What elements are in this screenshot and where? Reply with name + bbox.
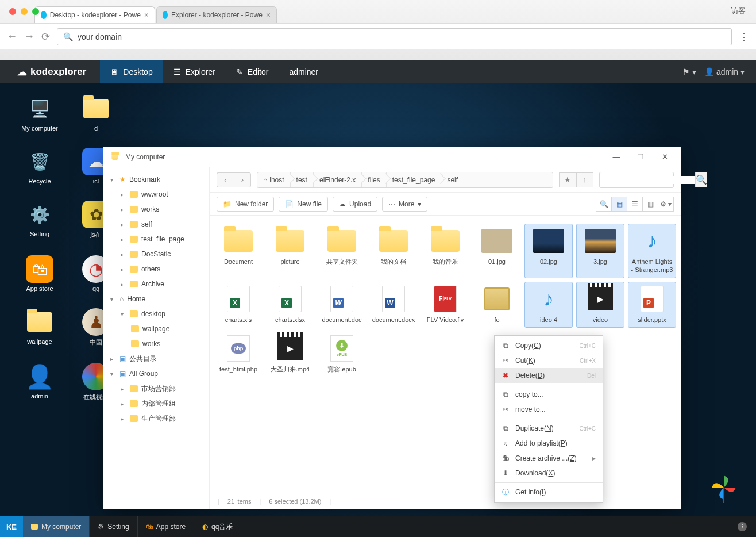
back-button[interactable]: ← xyxy=(7,30,17,43)
breadcrumb-item[interactable]: elFinder-2.x xyxy=(314,172,362,187)
address-bar[interactable]: 🔍 your domain xyxy=(57,28,732,45)
file-item[interactable]: video xyxy=(576,282,624,328)
search-box[interactable]: 🔍 xyxy=(599,172,674,188)
menubar-item-adminer[interactable]: adminer xyxy=(279,60,329,83)
user-menu[interactable]: 👤 admin ▾ xyxy=(704,67,745,76)
taskbar-item-my-computer[interactable]: My computer xyxy=(23,516,90,537)
menubar-item-desktop[interactable]: 🖥 Desktop xyxy=(100,60,163,83)
tree-item[interactable]: ▸test_file_page xyxy=(103,232,209,247)
desktop-icon-setting[interactable]: ⚙️Setting xyxy=(14,201,65,239)
file-grid[interactable]: Documentpicture共享文件夹我的文档我的音乐01.jpg02.jpg… xyxy=(210,216,681,493)
file-item[interactable]: document.docx xyxy=(369,282,418,328)
tree-item[interactable]: ▸DocStatic xyxy=(103,247,209,262)
taskbar-item-appstore[interactable]: 🛍App store xyxy=(138,516,194,537)
browser-menu-button[interactable]: ⋮ xyxy=(739,30,749,43)
tree-item[interactable]: ▸others xyxy=(103,262,209,277)
tree-item[interactable]: works xyxy=(103,336,209,351)
desktop-icon-folder[interactable]: d xyxy=(70,95,122,132)
file-item[interactable]: phptest_html.php xyxy=(214,331,263,377)
file-item[interactable]: Document xyxy=(214,224,263,278)
context-menu-item[interactable]: ♫Add to playlist(P) xyxy=(495,436,603,451)
tab-close-icon[interactable]: × xyxy=(144,10,149,20)
file-item[interactable]: picture xyxy=(266,224,314,278)
window-close-button[interactable]: ✕ xyxy=(655,149,674,165)
view-settings-button[interactable]: ⚙ ▾ xyxy=(658,197,674,212)
file-item[interactable]: ♪ideo 4 xyxy=(524,282,573,328)
view-columns-button[interactable]: ▥ xyxy=(642,197,658,212)
context-menu-item[interactable]: ⬇Download(X) xyxy=(495,466,603,481)
desktop-icon-admin[interactable]: 👤admin xyxy=(14,363,65,401)
tree-allgroup[interactable]: ▾▣All Group xyxy=(103,366,209,381)
up-level-button[interactable]: ↑ xyxy=(576,172,593,187)
app-logo[interactable]: ☁ kodexplorer xyxy=(0,66,100,78)
browser-tab-inactive[interactable]: Explorer - kodexplorer - Powe × xyxy=(156,6,277,23)
breadcrumb-home[interactable]: ⌂lhost xyxy=(257,172,291,187)
tree-public[interactable]: ▸▣公共目录 xyxy=(103,351,209,366)
file-item[interactable]: FlFLVFLV Video.flv xyxy=(421,282,469,328)
start-button[interactable]: KE xyxy=(0,516,23,537)
tab-close-icon[interactable]: × xyxy=(266,10,271,20)
search-input[interactable] xyxy=(600,176,695,184)
search-button[interactable]: 🔍 xyxy=(695,172,707,187)
guest-profile-label[interactable]: 访客 xyxy=(731,6,746,16)
browser-tab-active[interactable]: Desktop - kodexplorer - Powe × xyxy=(34,6,155,23)
breadcrumb-item[interactable]: test_file_page xyxy=(387,172,442,187)
desktop-icon-appstore[interactable]: 🛍App store xyxy=(14,255,65,292)
file-item[interactable]: fo xyxy=(473,282,521,328)
context-menu[interactable]: ⧉Copy(C)Ctrl+C✂Cut(K)Ctrl+X✖Delete(D)Del… xyxy=(494,335,603,503)
nav-back-button[interactable]: ‹ xyxy=(217,172,234,187)
file-item[interactable]: 02.jpg xyxy=(524,224,573,278)
view-list-button[interactable]: ☰ xyxy=(627,197,643,212)
context-menu-item[interactable]: ⓘGet info(I) xyxy=(495,485,603,500)
taskbar-item-setting[interactable]: ⚙Setting xyxy=(90,516,137,537)
window-minimize-button[interactable]: — xyxy=(607,149,626,165)
breadcrumb-item[interactable]: self xyxy=(441,172,464,187)
window-controls-mac[interactable] xyxy=(9,8,39,15)
favorite-button[interactable]: ★ xyxy=(559,172,576,187)
context-menu-item[interactable]: ⧉Duplicate(N)Ctrl+C xyxy=(495,421,603,436)
file-item[interactable]: charts.xlsx xyxy=(266,282,314,328)
more-button[interactable]: ⋯ More ▾ xyxy=(382,197,427,212)
context-menu-item[interactable]: ✂Cut(K)Ctrl+X xyxy=(495,353,603,368)
tree-item[interactable]: ▸市场营销部 xyxy=(103,381,209,396)
window-titlebar[interactable]: My computer — ☐ ✕ xyxy=(103,147,681,167)
new-folder-button[interactable]: 📁 New folder xyxy=(217,197,274,212)
file-item[interactable]: 共享文件夹 xyxy=(318,224,366,278)
tree-item[interactable]: wallpage xyxy=(103,321,209,336)
breadcrumb-item[interactable]: test xyxy=(291,172,314,187)
search-toggle-button[interactable]: 🔍 xyxy=(596,197,612,212)
context-menu-item[interactable]: ✖Delete(D)Del xyxy=(495,368,603,383)
desktop-icon-wallpage[interactable]: wallpage xyxy=(14,308,65,347)
file-item[interactable]: ♪Anthem Lights - Stranger.mp3 xyxy=(628,224,676,278)
info-button[interactable]: i xyxy=(738,522,747,531)
breadcrumb-item[interactable]: files xyxy=(362,172,386,187)
context-menu-item[interactable]: 🗜Create archive ...(Z)▸ xyxy=(495,451,603,466)
desktop-icon-recycle[interactable]: 🗑️Recycle xyxy=(14,148,65,185)
file-item[interactable]: document.doc xyxy=(318,282,366,328)
tree-item[interactable]: ▾desktop xyxy=(103,306,209,321)
menubar-item-explorer[interactable]: ☰ Explorer xyxy=(163,60,226,83)
context-menu-item[interactable]: ⧉Copy(C)Ctrl+C xyxy=(495,338,603,353)
tree-item[interactable]: ▸self xyxy=(103,217,209,232)
file-item[interactable]: 大圣归来.mp4 xyxy=(266,331,314,377)
nav-forward-button[interactable]: › xyxy=(234,172,251,187)
file-item[interactable]: slider.pptx xyxy=(628,282,676,328)
new-file-button[interactable]: 📄 New file xyxy=(279,197,328,212)
file-item[interactable]: 我的文档 xyxy=(369,224,418,278)
forward-button[interactable]: → xyxy=(24,30,34,43)
tree-item[interactable]: ▸wwwroot xyxy=(103,187,209,202)
tree-item[interactable]: ▸生产管理部 xyxy=(103,411,209,426)
view-icons-button[interactable]: ▦ xyxy=(611,197,627,212)
file-item[interactable]: 01.jpg xyxy=(473,224,521,278)
minimize-window-button[interactable] xyxy=(21,8,28,15)
upload-button[interactable]: ☁ Upload xyxy=(333,197,377,212)
file-item[interactable]: 3.jpg xyxy=(576,224,624,278)
tree-bookmark[interactable]: ▾★Bookmark xyxy=(103,172,209,187)
context-menu-item[interactable]: ✂move to... xyxy=(495,402,603,417)
taskbar-item-qqmusic[interactable]: ◐qq音乐 xyxy=(194,516,241,537)
file-item[interactable]: charts.xls xyxy=(214,282,263,328)
zoom-window-button[interactable] xyxy=(32,8,39,15)
tree-item[interactable]: ▸内部管理组 xyxy=(103,396,209,411)
close-window-button[interactable] xyxy=(9,8,16,15)
desktop-icon-my-computer[interactable]: 🖥️My computer xyxy=(14,95,65,132)
